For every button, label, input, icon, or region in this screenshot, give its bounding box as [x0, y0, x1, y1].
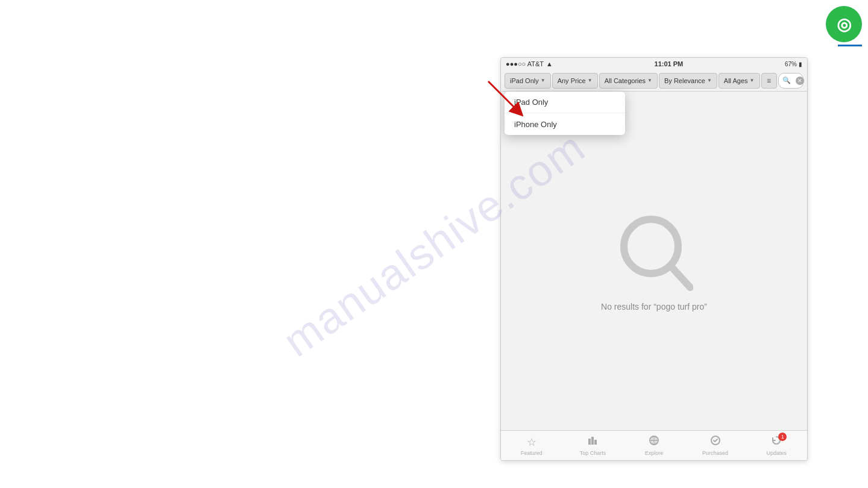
tab-purchased[interactable]: Purchased [685, 431, 746, 460]
updates-icon: 1 [771, 435, 782, 449]
status-right: 67% ▮ [785, 61, 802, 67]
dropdown-item-iphone-only[interactable]: iPhone Only [505, 113, 625, 135]
list-view-button[interactable]: ≡ [761, 73, 777, 89]
tab-featured[interactable]: ☆ Featured [501, 431, 562, 460]
tab-explore[interactable]: Explore [623, 431, 685, 460]
wifi-icon: ▲ [546, 60, 553, 67]
top-charts-label: Top Charts [580, 450, 606, 456]
no-results-icon [615, 210, 693, 295]
battery-icon: ▮ [799, 61, 802, 67]
ages-filter-chevron: ▼ [750, 78, 755, 83]
logo-icon: ◎ [837, 14, 851, 34]
svg-rect-4 [594, 440, 597, 445]
svg-line-1 [671, 266, 690, 287]
price-filter-chevron: ▼ [588, 78, 593, 83]
time-display: 11:01 PM [655, 60, 684, 67]
relevance-filter-label: By Relevance [664, 77, 705, 84]
explore-label: Explore [645, 450, 664, 456]
ipad-frame: ●●●○○ AT&T ▲ 11:01 PM 67% ▮ iPad Only ▼ … [500, 57, 808, 461]
top-charts-icon [587, 435, 598, 449]
ages-filter-button[interactable]: All Ages ▼ [719, 73, 760, 89]
updates-badge: 1 [778, 433, 787, 441]
categories-filter-chevron: ▼ [647, 78, 652, 83]
search-clear-button[interactable]: ✕ [796, 77, 804, 85]
dropdown-item-ipad-only[interactable]: iPad Only [505, 92, 625, 113]
purchased-icon [710, 435, 721, 449]
logo-circle: ◎ [826, 6, 862, 42]
device-filter-button[interactable]: iPad Only ▼ [505, 73, 551, 89]
filter-bar: iPad Only ▼ Any Price ▼ All Categories ▼… [501, 70, 807, 92]
relevance-filter-button[interactable]: By Relevance ▼ [659, 73, 717, 89]
explore-icon [649, 435, 659, 449]
updates-label: Updates [766, 450, 787, 456]
no-results-text: No results for “pogo turf pro” [601, 302, 707, 311]
categories-filter-button[interactable]: All Categories ▼ [599, 73, 658, 89]
list-view-icon: ≡ [767, 77, 771, 85]
tab-updates[interactable]: 1 Updates [746, 431, 807, 460]
battery-percent: 67% [785, 61, 797, 67]
logo-line [838, 45, 862, 46]
main-content-area: No results for “pogo turf pro” [501, 92, 807, 430]
ages-filter-label: All Ages [724, 77, 748, 84]
dropdown-iphone-only-label: iPhone Only [514, 120, 557, 129]
svg-rect-2 [588, 439, 591, 445]
device-filter-dropdown: iPad Only iPhone Only [505, 92, 625, 135]
svg-rect-3 [591, 437, 594, 445]
device-filter-chevron: ▼ [541, 78, 546, 83]
dropdown-ipad-only-label: iPad Only [514, 98, 548, 107]
tab-bar: ☆ Featured Top Charts [501, 430, 807, 460]
search-box[interactable]: 🔍 ✕ [778, 73, 804, 89]
top-right-logo: ◎ [826, 6, 862, 46]
device-filter-label: iPad Only [510, 77, 539, 84]
featured-label: Featured [521, 450, 542, 456]
purchased-label: Purchased [702, 450, 728, 456]
price-filter-label: Any Price [558, 77, 586, 84]
tab-top-charts[interactable]: Top Charts [562, 431, 624, 460]
price-filter-button[interactable]: Any Price ▼ [552, 73, 598, 89]
relevance-filter-chevron: ▼ [707, 78, 712, 83]
carrier-text: ●●●○○ AT&T [506, 60, 544, 67]
categories-filter-label: All Categories [605, 77, 646, 84]
search-icon: 🔍 [782, 77, 791, 84]
status-left: ●●●○○ AT&T ▲ [506, 60, 553, 67]
status-bar: ●●●○○ AT&T ▲ 11:01 PM 67% ▮ [501, 58, 807, 70]
featured-icon: ☆ [527, 436, 536, 449]
